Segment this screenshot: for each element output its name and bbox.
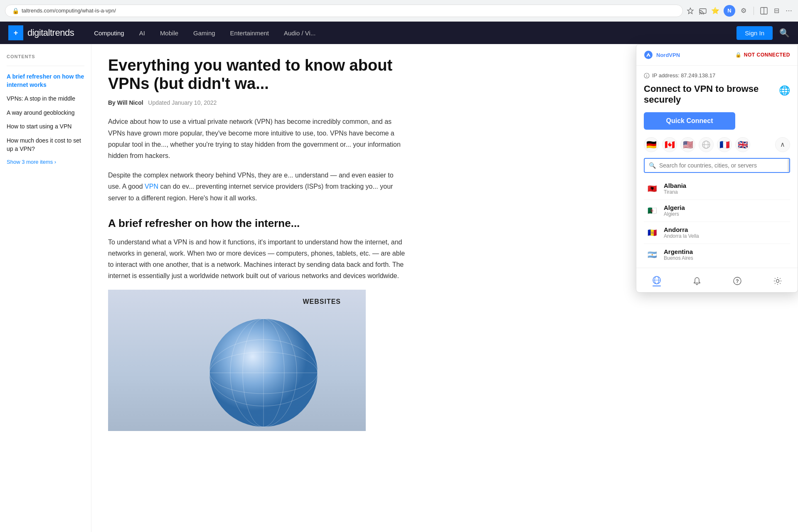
svg-text:i: i bbox=[646, 74, 648, 78]
sign-in-button[interactable]: Sign In bbox=[736, 26, 773, 40]
flag-usa[interactable]: 🇺🇸 bbox=[680, 137, 695, 152]
logo-icon: + bbox=[8, 25, 23, 40]
settings-icon[interactable]: ⚙ bbox=[739, 7, 748, 15]
bell-icon bbox=[692, 276, 702, 286]
article-author: By Will Nicol bbox=[108, 99, 143, 106]
country-search-input[interactable] bbox=[659, 162, 785, 169]
site-navigation: + digitaltrends Computing AI Mobile Gami… bbox=[0, 22, 798, 44]
footer-nav-notifications[interactable] bbox=[687, 275, 707, 287]
ip-address-text: IP address: 87.249.138.17 bbox=[652, 72, 715, 79]
flag-uk[interactable]: 🇬🇧 bbox=[735, 137, 750, 152]
connection-status-text: NOT CONNECTED bbox=[744, 52, 790, 58]
country-item-argentina[interactable]: 🇦🇷 Argentina Buenos Aires bbox=[644, 244, 790, 261]
argentina-city: Buenos Aires bbox=[664, 255, 788, 261]
main-layout: CONTENTS A brief refresher on how the in… bbox=[0, 44, 798, 532]
svg-point-11 bbox=[644, 51, 653, 59]
vpn-link[interactable]: VPN bbox=[145, 183, 158, 190]
info-icon: i bbox=[644, 73, 650, 79]
flag-generic[interactable] bbox=[699, 137, 714, 152]
country-item-andorra[interactable]: 🇦🇩 Andorra Andorra la Vella bbox=[644, 222, 790, 244]
algeria-flag: 🇩🇿 bbox=[645, 204, 659, 217]
collapse-flags-button[interactable]: ∧ bbox=[775, 137, 790, 152]
nav-item-ai[interactable]: AI bbox=[132, 22, 153, 44]
article-image: WEBSITES bbox=[108, 290, 366, 431]
argentina-name: Argentina bbox=[664, 248, 788, 255]
popup-body: i IP address: 87.249.138.17 Connect to V… bbox=[636, 66, 798, 268]
flag-germany[interactable]: 🇩🇪 bbox=[644, 137, 659, 152]
toc-item-3[interactable]: How to start using a VPN bbox=[7, 123, 84, 131]
logo-text: digitaltrends bbox=[27, 27, 74, 38]
algeria-name: Algeria bbox=[664, 204, 788, 211]
cast-icon[interactable] bbox=[699, 7, 707, 15]
ai-icon[interactable] bbox=[686, 7, 695, 15]
more-icon[interactable]: ⋯ bbox=[785, 7, 793, 15]
toc-item-4[interactable]: How much does it cost to set up a VPN? bbox=[7, 137, 84, 153]
toc-item-1[interactable]: VPNs: A stop in the middle bbox=[7, 95, 84, 103]
footer-nav-settings[interactable] bbox=[768, 275, 787, 287]
nav-item-gaming[interactable]: Gaming bbox=[186, 22, 223, 44]
nordvpn-popup: NordVPN 🔒 NOT CONNECTED i IP address: 87… bbox=[636, 44, 798, 293]
andorra-name: Andorra bbox=[664, 226, 788, 233]
andorra-city: Andorra la Vella bbox=[664, 233, 788, 239]
andorra-flag: 🇦🇩 bbox=[645, 226, 659, 239]
site-logo[interactable]: + digitaltrends bbox=[8, 25, 74, 40]
albania-info: Albania Tirana bbox=[664, 182, 788, 195]
nav-item-mobile[interactable]: Mobile bbox=[153, 22, 186, 44]
flag-france[interactable]: 🇫🇷 bbox=[717, 137, 732, 152]
country-flags-row: 🇩🇪 🇨🇦 🇺🇸 🇫🇷 🇬🇧 ∧ bbox=[644, 137, 790, 152]
algeria-info: Algeria Algiers bbox=[664, 204, 788, 217]
nav-item-entertainment[interactable]: Entertainment bbox=[223, 22, 276, 44]
browser-chrome: 🔒 taltrends.com/computing/what-is-a-vpn/… bbox=[0, 0, 798, 22]
albania-name: Albania bbox=[664, 182, 788, 189]
footer-nav-globe[interactable] bbox=[647, 274, 666, 288]
search-scrollbar bbox=[788, 159, 789, 172]
argentina-info: Argentina Buenos Aires bbox=[664, 248, 788, 261]
search-icon[interactable]: 🔍 bbox=[779, 28, 790, 38]
toc-item-0[interactable]: A brief refresher on how the internet wo… bbox=[7, 73, 84, 89]
svg-point-22 bbox=[776, 279, 779, 282]
albania-flag: 🇦🇱 bbox=[645, 182, 659, 195]
country-item-albania[interactable]: 🇦🇱 Albania Tirana bbox=[644, 178, 790, 200]
country-item-algeria[interactable]: 🇩🇿 Algeria Algiers bbox=[644, 200, 790, 222]
toc-show-more[interactable]: Show 3 more items › bbox=[7, 159, 84, 165]
svg-rect-0 bbox=[699, 9, 706, 13]
andorra-info: Andorra Andorra la Vella bbox=[664, 226, 788, 239]
search-container: 🔍 bbox=[644, 158, 790, 173]
toc-item-2[interactable]: A way around geoblocking bbox=[7, 109, 84, 117]
nav-item-audio[interactable]: Audio / Vi... bbox=[276, 22, 323, 44]
nav-item-computing[interactable]: Computing bbox=[86, 22, 132, 44]
nordvpn-extension-icon[interactable]: N bbox=[724, 5, 735, 17]
article-para-1: Advice about how to use a virtual privat… bbox=[108, 116, 407, 161]
split-screen-icon[interactable] bbox=[760, 7, 768, 15]
settings-gear-icon bbox=[773, 276, 782, 286]
browser-toolbar-icons: ⭐ N ⚙ ⊟ ⋯ bbox=[686, 5, 793, 17]
quick-connect-button[interactable]: Quick Connect bbox=[644, 112, 735, 130]
article-title: Everything you wanted to know about VPNs… bbox=[108, 57, 399, 93]
popup-header: NordVPN 🔒 NOT CONNECTED bbox=[636, 44, 798, 66]
globe-illustration bbox=[197, 306, 330, 431]
search-icon-popup: 🔍 bbox=[649, 162, 656, 169]
websites-label: WEBSITES bbox=[303, 298, 341, 305]
lock-icon: 🔒 bbox=[735, 52, 742, 58]
footer-globe-icon bbox=[652, 276, 661, 285]
nordvpn-brand-name: NordVPN bbox=[656, 52, 680, 58]
collection-icon[interactable]: ⊟ bbox=[772, 7, 781, 15]
footer-nav-help[interactable]: ? bbox=[728, 275, 747, 287]
globe-icon[interactable]: 🌐 bbox=[779, 85, 790, 96]
article-content: Everything you wanted to know about VPNs… bbox=[91, 44, 466, 532]
help-icon: ? bbox=[733, 276, 742, 286]
popup-footer: ? bbox=[636, 268, 798, 292]
article-updated: Updated January 10, 2022 bbox=[148, 99, 217, 106]
connect-title: Connect to VPN to browse securely bbox=[644, 84, 779, 106]
nav-items: Computing AI Mobile Gaming Entertainment… bbox=[86, 22, 736, 44]
article-section-para: To understand what a VPN is and how it f… bbox=[108, 236, 407, 282]
address-bar[interactable]: 🔒 taltrends.com/computing/what-is-a-vpn/ bbox=[5, 5, 683, 17]
toc-divider bbox=[7, 66, 84, 66]
country-list: 🇦🇱 Albania Tirana 🇩🇿 Algeria Algiers 🇦🇩 bbox=[644, 178, 790, 261]
flag-canada[interactable]: 🇨🇦 bbox=[662, 137, 677, 152]
albania-city: Tirana bbox=[664, 189, 788, 195]
star-icon[interactable]: ⭐ bbox=[711, 7, 719, 15]
nav-right: Sign In 🔍 bbox=[736, 26, 790, 40]
svg-point-1 bbox=[699, 14, 700, 15]
argentina-flag: 🇦🇷 bbox=[645, 248, 659, 261]
